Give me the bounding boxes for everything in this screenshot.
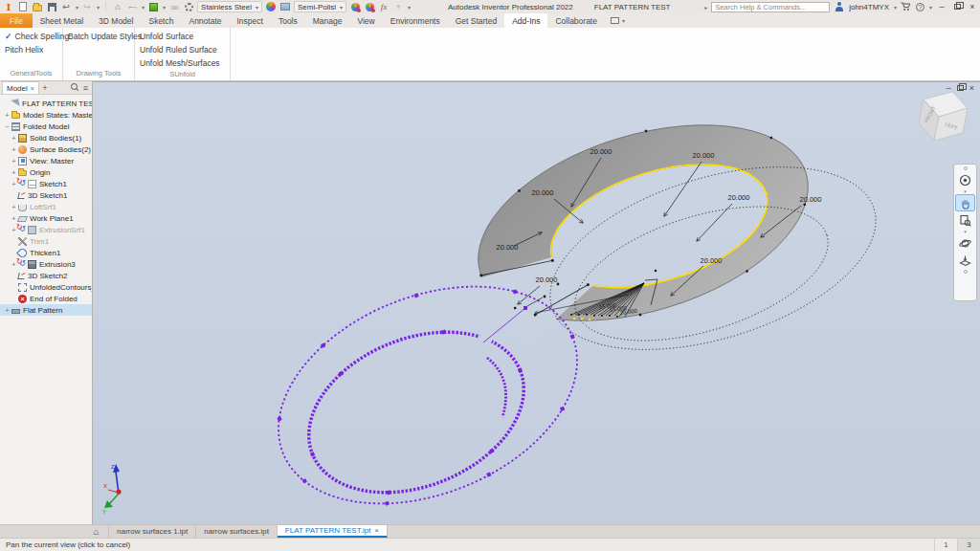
new-file-icon[interactable] xyxy=(17,1,29,12)
doc-tab-narrow-surfaces[interactable]: narrow surfaces.ipt xyxy=(196,525,278,538)
adjust-color-icon[interactable] xyxy=(349,1,361,12)
tree-item-flat-pattern[interactable]: +Flat Pattern xyxy=(0,304,92,316)
tab-tools[interactable]: Tools xyxy=(271,13,305,28)
customize-qat-icon[interactable]: ▾ xyxy=(408,4,411,11)
tree-item-view-master[interactable]: +View: Master xyxy=(0,155,92,166)
tree-item-loftsrf1[interactable]: +LoftSrf1 xyxy=(0,201,92,212)
pitch-helix-button[interactable]: Pitch Helix xyxy=(0,43,62,56)
parameters-fx-icon[interactable]: fx xyxy=(378,1,390,12)
return-dropdown-icon[interactable]: ▾ xyxy=(142,4,145,11)
pan-tool-icon[interactable] xyxy=(955,194,975,211)
navigation-wheel-icon[interactable] xyxy=(955,171,975,188)
tab-get-started[interactable]: Get Started xyxy=(448,13,504,28)
tab-sheet-metal[interactable]: Sheet Metal xyxy=(33,13,91,28)
ring-surface-body[interactable] xyxy=(430,89,832,364)
username[interactable]: john4TMYX xyxy=(849,3,889,11)
group-label[interactable]: Drawing Tools xyxy=(63,69,134,80)
tree-item-trim1[interactable]: Trim1 xyxy=(0,235,92,247)
tab-manage[interactable]: Manage xyxy=(305,13,350,28)
tab-sketch[interactable]: Sketch xyxy=(141,13,181,28)
batch-update-styles-button[interactable]: Batch Update Styles xyxy=(63,30,134,43)
browser-tab-model[interactable]: Model× xyxy=(2,81,39,94)
tab-file[interactable]: File xyxy=(0,13,33,28)
doc-close-button[interactable]: × xyxy=(969,83,974,93)
home-tab-icon[interactable]: ⌂ xyxy=(84,525,109,538)
tree-item-extrusion3[interactable]: +Extrusion3 xyxy=(0,258,92,270)
tree-item-3d-sketch1[interactable]: 3D Sketch1 xyxy=(0,189,92,201)
tree-item-extrusionsrf1[interactable]: +ExtrusionSrf1 xyxy=(0,224,92,235)
zoom-tool-icon[interactable] xyxy=(955,211,975,229)
tab-add-ins[interactable]: Add-Ins xyxy=(504,13,547,28)
tree-item-3d-sketch2[interactable]: 3D Sketch2 xyxy=(0,270,92,281)
tree-item-work-plane1[interactable]: +Work Plane1 xyxy=(0,212,92,224)
redo-icon[interactable]: ↪ xyxy=(81,1,93,12)
return-icon[interactable]: ⌐¬ xyxy=(126,1,138,12)
tab-annotate[interactable]: Annotate xyxy=(181,13,229,28)
restore-button[interactable] xyxy=(951,4,963,10)
undo-icon[interactable]: ↩ xyxy=(60,1,72,12)
joint-icon[interactable]: oo xyxy=(168,1,180,12)
help-icon[interactable]: ? xyxy=(916,3,924,11)
open-file-icon[interactable] xyxy=(32,1,43,12)
browser-search-icon[interactable] xyxy=(71,83,79,92)
look-at-tool-icon[interactable] xyxy=(955,252,975,269)
search-input[interactable] xyxy=(711,2,830,12)
orbit-tool-icon[interactable] xyxy=(955,234,975,252)
tree-item-folded-model[interactable]: −Folded Model xyxy=(0,121,92,132)
minimize-button[interactable]: – xyxy=(936,2,947,11)
tree-item-surface-bodies[interactable]: +Surface Bodies(2) xyxy=(0,143,92,155)
ribbon-display-toggle[interactable]: ▾ xyxy=(605,13,631,28)
tree-item-end-of-folded[interactable]: End of Folded xyxy=(0,293,92,304)
clear-color-icon[interactable] xyxy=(364,1,375,12)
browser-tab-close-icon[interactable]: × xyxy=(31,85,34,92)
navbar-handle[interactable] xyxy=(964,166,968,170)
group-label[interactable]: GeneralTools xyxy=(0,69,62,80)
view-cube[interactable]: FRONT LEFT xyxy=(919,92,968,141)
graphics-viewport[interactable]: 20.000 20.000 20.000 20.000 20.000 20.00… xyxy=(93,81,980,524)
unfold-ruled-surface-button[interactable]: Unfold Ruled Surface xyxy=(135,43,230,56)
tab-3d-model[interactable]: 3D Model xyxy=(91,13,141,28)
store-cart-icon[interactable] xyxy=(901,1,912,12)
doc-tab-close-icon[interactable]: × xyxy=(374,526,379,535)
tree-item-sketch1[interactable]: +Sketch1 xyxy=(0,178,92,189)
tree-item-root[interactable]: FLAT PATTERN TEST xyxy=(0,98,92,109)
unfold-surface-button[interactable]: Unfold Surface xyxy=(135,30,230,43)
doc-tab-narrow-surfaces-1[interactable]: narrow surfaces 1.ipt xyxy=(109,525,196,538)
tab-view[interactable]: View xyxy=(349,13,382,28)
close-button[interactable]: × xyxy=(967,2,978,11)
tab-collaborate[interactable]: Collaborate xyxy=(547,13,604,28)
user-avatar-icon[interactable] xyxy=(834,1,845,12)
tree-item-thicken1[interactable]: Thicken1 xyxy=(0,247,92,258)
update-dropdown-icon[interactable]: ▾ xyxy=(163,4,166,11)
tree-item-origin[interactable]: +Origin xyxy=(0,166,92,178)
measure-icon[interactable] xyxy=(183,1,194,12)
tree-item-unfoldedcontours[interactable]: UnfoldedContours_0 xyxy=(0,281,92,293)
tab-environments[interactable]: Environments xyxy=(383,13,448,28)
inventor-logo-icon[interactable]: I xyxy=(3,1,14,12)
appearance-combo[interactable]: Semi-Polisl▾ xyxy=(294,1,346,12)
tree-item-model-states[interactable]: +Model States: Master xyxy=(0,109,92,121)
doc-restore-button[interactable] xyxy=(957,83,964,93)
user-dropdown-icon[interactable]: ▾ xyxy=(894,4,897,11)
redo-dropdown-icon[interactable]: ▾ xyxy=(97,4,100,11)
update-icon[interactable] xyxy=(147,1,159,12)
home-icon[interactable]: ⌂ xyxy=(112,1,123,12)
browser-add-tab-icon[interactable]: + xyxy=(39,83,51,93)
tab-inspect[interactable]: Inspect xyxy=(230,13,271,28)
undo-dropdown-icon[interactable]: ▾ xyxy=(76,4,78,11)
navbar-expand[interactable] xyxy=(964,270,968,274)
browser-menu-icon[interactable]: ≡ xyxy=(83,83,88,93)
group-label[interactable]: SUnfold xyxy=(135,70,230,80)
doc-tab-flat-pattern-test[interactable]: FLAT PATTERN TEST.ipt× xyxy=(278,525,388,538)
doc-minimize-button[interactable]: – xyxy=(947,83,951,93)
material-combo[interactable]: Stainless Steel▾ xyxy=(197,1,262,12)
tree-item-solid-bodies[interactable]: +Solid Bodies(1) xyxy=(0,132,92,143)
help-dropdown-icon[interactable]: ▾ xyxy=(929,4,932,11)
search-expand-icon[interactable]: ▸ xyxy=(704,4,707,11)
add-command-icon[interactable]: + xyxy=(392,1,404,12)
unfold-mesh-surfaces-button[interactable]: Unfold Mesh/Surfaces xyxy=(135,56,230,70)
triad-x-label: X xyxy=(103,483,107,489)
appearance-ball-icon[interactable] xyxy=(265,1,277,12)
save-icon[interactable] xyxy=(46,1,57,12)
check-spelling-button[interactable]: Check Spelling xyxy=(0,30,62,43)
